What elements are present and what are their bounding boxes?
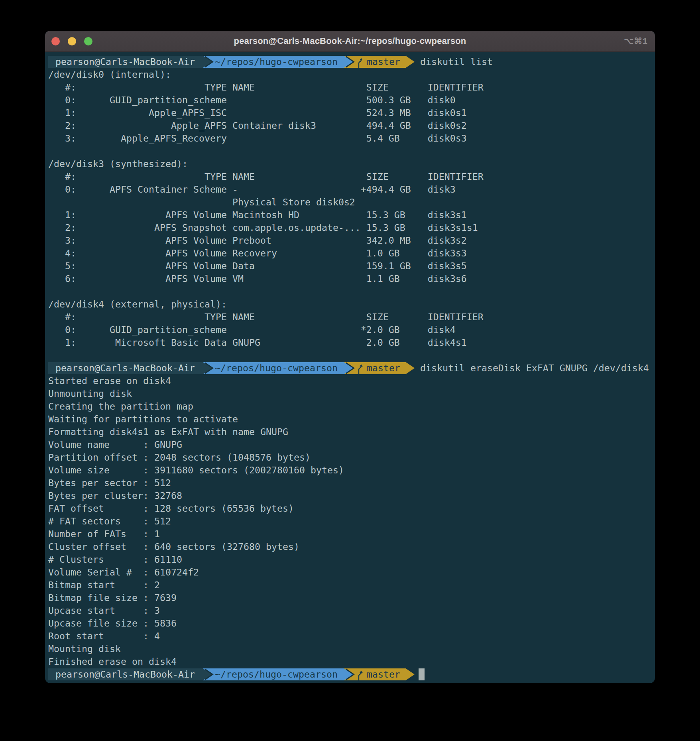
erase-detail-line: Upcase start : 3 — [48, 604, 652, 617]
git-branch-icon — [357, 670, 363, 680]
prompt-user-host: pearson@Carls-MacBook-Air — [48, 56, 203, 68]
prompt-git-branch: master — [353, 668, 406, 680]
disk-table-row: 1: APFS Volume Macintosh HD 15.3 GB disk… — [48, 209, 652, 221]
disk-table-row: 6: APFS Volume VM 1.1 GB disk3s6 — [48, 272, 652, 285]
disk-table-header: #: TYPE NAME SIZE IDENTIFIER — [48, 170, 652, 183]
powerline-separator — [203, 668, 212, 680]
window-title: pearson@Carls-MacBook-Air:~/repos/hugo-c… — [45, 31, 655, 51]
prompt-user-host: pearson@Carls-MacBook-Air — [48, 362, 203, 374]
erase-detail-line: Partition offset : 2048 sectors (1048576… — [48, 451, 652, 464]
prompt-git-branch: master — [353, 56, 406, 68]
blank-line — [48, 349, 652, 362]
powerline-separator — [406, 362, 415, 374]
prompt-branch-label: master — [367, 668, 400, 680]
erase-output-line: Started erase on disk4 — [48, 374, 652, 387]
prompt-path: ~/repos/hugo-cwpearson — [212, 668, 344, 680]
disk-device-line: /dev/disk4 (external, physical): — [48, 298, 652, 311]
blank-line — [48, 285, 652, 298]
erase-output-line: Waiting for partitions to activate — [48, 413, 652, 426]
disk-table-row: 2: APFS Snapshot com.apple.os.update-...… — [48, 221, 652, 234]
erase-detail-line: Bytes per sector : 512 — [48, 477, 652, 489]
disk-table-header: #: TYPE NAME SIZE IDENTIFIER — [48, 81, 652, 94]
disk-table-row: 5: APFS Volume Data 159.1 GB disk3s5 — [48, 260, 652, 272]
erase-detail-line: Cluster offset : 640 sectors (327680 byt… — [48, 540, 652, 553]
disk-table-row: 2: Apple_APFS Container disk3 494.4 GB d… — [48, 119, 652, 132]
erase-output-line: Formatting disk4s1 as ExFAT with name GN… — [48, 426, 652, 438]
disk-device-line: /dev/disk0 (internal): — [48, 68, 652, 81]
erase-detail-line: Upcase file size : 5836 — [48, 617, 652, 630]
disk-table-row: 3: APFS Volume Preboot 342.0 MB disk3s2 — [48, 234, 652, 247]
powerline-separator — [203, 362, 212, 374]
prompt-branch-label: master — [367, 56, 400, 68]
prompt-branch-label: master — [367, 362, 400, 374]
blank-line — [48, 145, 652, 158]
disk-table-continuation-row: Physical Store disk0s2 — [48, 196, 652, 209]
erase-detail-line: # FAT sectors : 512 — [48, 515, 652, 528]
shell-prompt: pearson@Carls-MacBook-Air~/repos/hugo-cw… — [48, 362, 652, 374]
powerline-separator — [344, 362, 353, 374]
shell-prompt: pearson@Carls-MacBook-Air~/repos/hugo-cw… — [48, 668, 652, 681]
powerline-separator — [344, 668, 353, 680]
erase-detail-line: Number of FATs : 1 — [48, 528, 652, 540]
erase-detail-line: Volume size : 3911680 sectors (200278016… — [48, 464, 652, 477]
erase-detail-line: # Clusters : 61110 — [48, 553, 652, 566]
disk-table-row: 0: GUID_partition_scheme 500.3 GB disk0 — [48, 94, 652, 106]
disk-table-row: 1: Apple_APFS_ISC 524.3 MB disk0s1 — [48, 106, 652, 119]
erase-output-line: Creating the partition map — [48, 400, 652, 413]
git-branch-icon — [357, 364, 363, 374]
powerline-separator — [406, 668, 415, 680]
erase-detail-line: Volume name : GNUPG — [48, 438, 652, 451]
disk-table-header: #: TYPE NAME SIZE IDENTIFIER — [48, 311, 652, 323]
disk-table-row: 4: APFS Volume Recovery 1.0 GB disk3s3 — [48, 247, 652, 260]
erase-output-line: Finished erase on disk4 — [48, 655, 652, 668]
prompt-git-branch: master — [353, 362, 406, 374]
disk-table-row: 0: APFS Container Scheme - +494.4 GB dis… — [48, 183, 652, 196]
command-text: diskutil list — [420, 55, 493, 68]
prompt-path: ~/repos/hugo-cwpearson — [212, 362, 344, 374]
erase-detail-line: Bitmap start : 2 — [48, 579, 652, 591]
terminal-content[interactable]: pearson@Carls-MacBook-Air~/repos/hugo-cw… — [45, 52, 655, 683]
disk-table-row: 0: GUID_partition_scheme *2.0 GB disk4 — [48, 323, 652, 336]
erase-detail-line: FAT offset : 128 sectors (65536 bytes) — [48, 502, 652, 515]
terminal-window: pearson@Carls-MacBook-Air:~/repos/hugo-c… — [45, 31, 655, 683]
powerline-separator — [406, 56, 415, 68]
erase-output-line: Unmounting disk — [48, 387, 652, 400]
erase-detail-line: Root start : 4 — [48, 630, 652, 642]
erase-detail-line: Volume Serial # : 610724f2 — [48, 566, 652, 579]
titlebar[interactable]: pearson@Carls-MacBook-Air:~/repos/hugo-c… — [45, 31, 655, 52]
prompt-user-host: pearson@Carls-MacBook-Air — [48, 668, 203, 680]
git-branch-icon — [357, 57, 363, 68]
powerline-separator — [344, 56, 353, 68]
prompt-path: ~/repos/hugo-cwpearson — [212, 56, 344, 68]
erase-output-line: Mounting disk — [48, 642, 652, 655]
disk-table-row: 1: Microsoft Basic Data GNUPG 2.0 GB dis… — [48, 336, 652, 349]
powerline-separator — [203, 56, 212, 68]
terminal-cursor — [419, 668, 425, 680]
erase-detail-line: Bytes per cluster: 32768 — [48, 489, 652, 502]
erase-detail-line: Bitmap file size : 7639 — [48, 591, 652, 604]
shell-prompt: pearson@Carls-MacBook-Air~/repos/hugo-cw… — [48, 55, 652, 68]
disk-table-row: 3: Apple_APFS_Recovery 5.4 GB disk0s3 — [48, 132, 652, 145]
window-shortcut-badge: ⌥⌘1 — [624, 31, 648, 51]
disk-device-line: /dev/disk3 (synthesized): — [48, 158, 652, 170]
command-text: diskutil eraseDisk ExFAT GNUPG /dev/disk… — [420, 362, 649, 374]
